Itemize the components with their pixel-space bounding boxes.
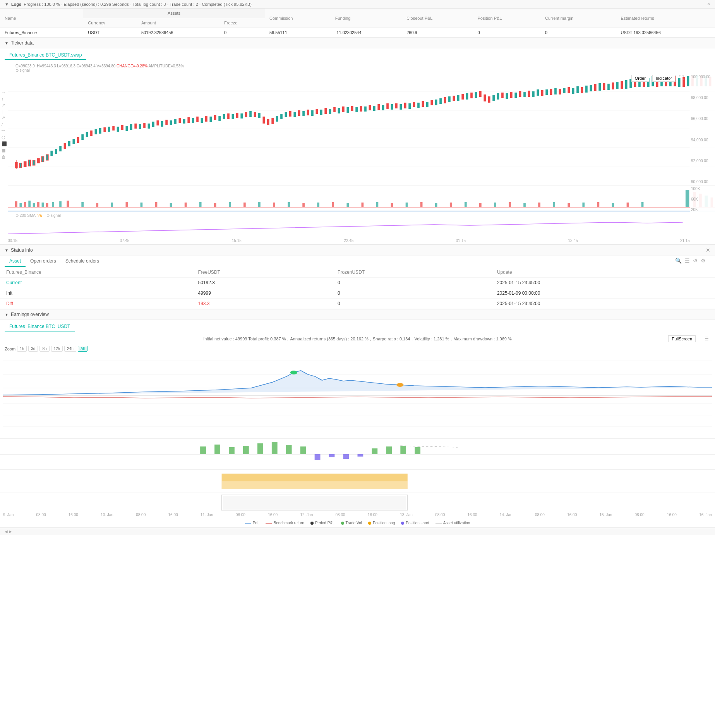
svg-rect-109	[470, 93, 473, 98]
svg-rect-10	[33, 160, 35, 165]
status-close-icon[interactable]: ✕	[706, 247, 710, 253]
svg-rect-137	[594, 84, 597, 91]
order-button[interactable]: Order	[631, 75, 649, 82]
fullscreen-button[interactable]: FullScreen	[668, 335, 696, 342]
tool-arrow[interactable]: ↕	[2, 96, 7, 101]
svg-rect-51	[214, 115, 216, 120]
ticker-chevron: ▼	[5, 41, 9, 45]
tab-schedule-orders[interactable]: Schedule orders	[61, 256, 104, 267]
tool-delete[interactable]: 🗑	[2, 155, 7, 159]
tool-grid[interactable]: ▦	[2, 148, 7, 153]
legend-trade-vol-label: Trade Vol	[346, 521, 362, 525]
svg-rect-65	[276, 116, 278, 122]
asset-freeze: 0	[219, 28, 265, 38]
asset-estimated-returns: USDT 193.32586456	[616, 28, 715, 38]
svg-rect-124	[537, 89, 539, 96]
col-freeze: Freeze	[219, 18, 265, 28]
svg-rect-53	[223, 114, 225, 119]
refresh-icon[interactable]: ↺	[693, 258, 698, 265]
svg-rect-140	[607, 84, 610, 90]
svg-rect-107	[461, 94, 464, 100]
svg-rect-76	[324, 108, 327, 114]
ticker-section-header[interactable]: ▼ Ticker data	[0, 38, 715, 48]
zoom-24h[interactable]: 24h	[64, 346, 76, 352]
status-col-update: Update	[491, 267, 715, 278]
logs-close-icon[interactable]: ✕	[707, 2, 710, 7]
zoom-1h[interactable]: 1h	[17, 346, 27, 352]
vol-y-label-2: 60K	[691, 197, 714, 201]
y-label-6: 90,000.00	[691, 180, 714, 184]
zoom-12h[interactable]: 12h	[51, 346, 63, 352]
earnings-section-header[interactable]: ▼ Earnings overview	[0, 309, 715, 320]
svg-rect-174	[52, 202, 54, 207]
zoom-8h[interactable]: 8h	[39, 346, 49, 352]
y-label-3: 96,000.00	[691, 117, 714, 121]
svg-rect-125	[541, 90, 544, 96]
tool-crosshair[interactable]: ↔	[2, 90, 7, 95]
svg-rect-241	[214, 445, 220, 454]
tool-rect[interactable]: ⬛	[2, 141, 7, 146]
svg-rect-197	[376, 202, 379, 207]
svg-rect-112	[484, 94, 486, 101]
asset-current-margin: 0	[540, 28, 616, 38]
svg-rect-73	[311, 110, 314, 116]
settings-icon[interactable]: ⚙	[701, 258, 706, 265]
tool-vline[interactable]: |	[2, 109, 7, 114]
svg-rect-34	[139, 124, 141, 129]
status-row-update: 2025-01-15 23:45:00	[491, 299, 715, 309]
indicator-button[interactable]: Indicator	[652, 75, 676, 82]
svg-rect-114	[492, 95, 495, 101]
svg-rect-56	[236, 113, 238, 118]
svg-rect-8	[24, 161, 26, 167]
svg-rect-48	[201, 118, 203, 123]
svg-rect-12	[42, 156, 44, 162]
legend-position-short-label: Position short	[406, 521, 429, 525]
tool-pencil[interactable]: ✏	[2, 128, 7, 133]
ticker-section: ▼ Ticker data Futures_Binance.BTC_USDT.s…	[0, 38, 715, 245]
tab-asset[interactable]: Asset	[5, 256, 26, 267]
legend-benchmark: Benchmark return	[266, 521, 304, 525]
svg-rect-143	[621, 81, 623, 89]
tool-line[interactable]: /	[2, 122, 7, 127]
search-icon[interactable]: 🔍	[675, 258, 682, 265]
chart-expand-icon[interactable]: ⛶	[679, 75, 684, 82]
svg-rect-23	[90, 130, 93, 136]
svg-rect-206	[509, 202, 511, 207]
svg-rect-108	[466, 93, 468, 100]
svg-rect-209	[553, 202, 555, 207]
svg-rect-106	[457, 95, 460, 101]
svg-rect-68	[289, 111, 291, 117]
status-col-exchange: Futures_Binance	[0, 267, 192, 278]
svg-rect-32	[130, 124, 132, 130]
y-label-2: 98,000.00	[691, 96, 714, 100]
svg-rect-111	[479, 91, 482, 97]
status-row-free: 50192.3	[192, 278, 331, 288]
col-currency: Currency	[83, 18, 137, 28]
col-position-pnl: Position P&L	[473, 9, 540, 28]
zoom-3d[interactable]: 3d	[28, 346, 38, 352]
status-section-header[interactable]: ▼ Status info ✕	[0, 245, 715, 256]
svg-rect-58	[245, 112, 247, 117]
svg-rect-194	[332, 202, 334, 207]
logs-collapse-icon[interactable]: ▼	[5, 2, 9, 7]
svg-rect-243	[243, 446, 249, 454]
svg-rect-55	[232, 114, 234, 119]
tool-circle[interactable]: ◎	[2, 135, 7, 140]
legend-position-long-label: Position long	[373, 521, 395, 525]
filter-icon[interactable]: ☰	[685, 258, 690, 265]
svg-rect-186	[214, 203, 216, 207]
earnings-menu-icon[interactable]: ☰	[705, 336, 709, 342]
svg-rect-249	[329, 454, 335, 457]
svg-rect-22	[86, 132, 88, 137]
asset-currency: USDT	[83, 28, 137, 38]
svg-rect-215	[641, 202, 644, 207]
zoom-all[interactable]: All	[78, 346, 87, 352]
svg-rect-177	[81, 202, 84, 207]
ticker-section-title: Ticker data	[11, 40, 710, 46]
tab-open-orders[interactable]: Open orders	[26, 256, 61, 267]
tool-diagonal[interactable]: ↗	[2, 103, 7, 108]
svg-rect-39	[161, 121, 163, 127]
svg-line-256	[400, 446, 458, 447]
tool-arrow2[interactable]: ↗	[2, 115, 7, 120]
ohlc-values: O=99023.9 H=99443.3 L=98916.3 C=98943.4 …	[15, 64, 184, 68]
